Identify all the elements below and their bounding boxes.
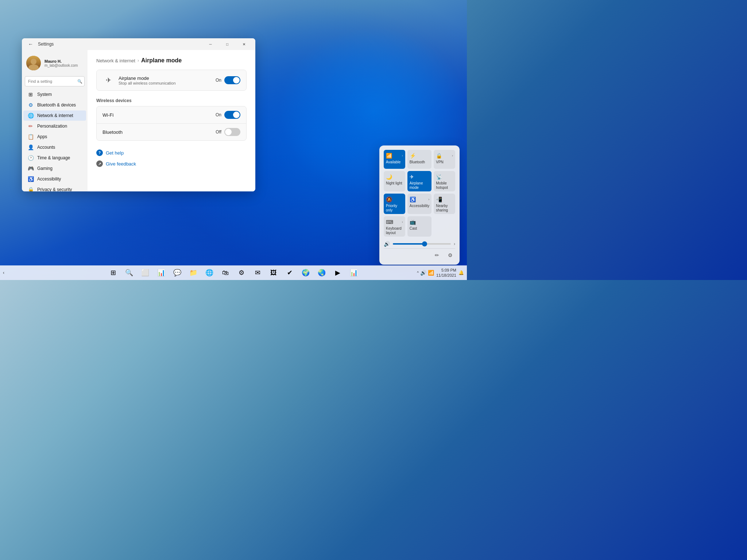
sidebar-item-gaming[interactable]: 🎮 Gaming bbox=[23, 163, 86, 174]
qs-tile-priority[interactable]: 🔕 Priority only bbox=[384, 194, 405, 214]
taskbar-store-button[interactable]: 🛍 bbox=[218, 265, 233, 280]
bluetooth-toggle-wrap: Off bbox=[216, 128, 240, 136]
airplane-mode-toggle[interactable] bbox=[224, 76, 240, 84]
qs-tile-airplane[interactable]: ✈ Airplane mode bbox=[407, 171, 431, 191]
search-icon: 🔍 bbox=[77, 79, 82, 84]
sidebar-item-personalization-label: Personalization bbox=[37, 124, 67, 129]
qs-edit-button[interactable]: ✏ bbox=[432, 250, 442, 260]
privacy-icon: 🔒 bbox=[28, 187, 34, 191]
qs-tile-nightlight-top: 🌙 bbox=[386, 174, 403, 180]
sidebar-item-apps[interactable]: 📋 Apps bbox=[23, 132, 86, 142]
sidebar-item-system[interactable]: ⊞ System bbox=[23, 89, 86, 100]
give-feedback-label: Give feedback bbox=[106, 161, 136, 167]
qs-tile-nearbysharing-top: 📲 bbox=[436, 197, 453, 202]
taskbar-start-button[interactable]: ⊞ bbox=[106, 265, 120, 280]
sidebar-item-accounts[interactable]: 👤 Accounts bbox=[23, 142, 86, 152]
taskbar-overflow-chevron[interactable]: ‹ bbox=[3, 270, 4, 275]
qs-tile-hotspot[interactable]: 📡 Mobile hotspot bbox=[434, 171, 455, 191]
qs-tile-cast[interactable]: 📺 Cast bbox=[407, 216, 431, 237]
user-profile[interactable]: Mauro H. m_lab@outlook.com bbox=[22, 53, 88, 75]
taskbar-date-display: 11/18/2021 bbox=[436, 273, 456, 278]
taskbar-todo-button[interactable]: ✔ bbox=[282, 265, 297, 280]
sidebar-item-accounts-label: Accounts bbox=[37, 145, 55, 150]
qs-keyboard-icon: ⌨ bbox=[386, 219, 393, 225]
qs-cast-label: Cast bbox=[410, 226, 417, 231]
qs-vpn-chevron[interactable]: › bbox=[452, 154, 453, 158]
qs-tile-keyboard[interactable]: ⌨ › Keyboard layout bbox=[384, 216, 405, 237]
taskbar-explorer-button[interactable]: 📁 bbox=[186, 265, 201, 280]
taskbar-left: ‹ bbox=[3, 270, 4, 275]
maximize-button[interactable]: □ bbox=[219, 38, 236, 50]
volume-slider[interactable] bbox=[393, 243, 451, 245]
wireless-devices-list: Wi-Fi On Bluetooth Off bbox=[96, 106, 247, 141]
bluetooth-item: Bluetooth Off bbox=[97, 124, 246, 140]
back-button[interactable]: ← bbox=[26, 40, 35, 48]
sidebar-item-accessibility[interactable]: ♿ Accessibility bbox=[23, 174, 86, 184]
taskbar-settings-button[interactable]: ⚙ bbox=[234, 265, 249, 280]
gaming-icon: 🎮 bbox=[28, 166, 34, 171]
breadcrumb: Network & internet › Airplane mode bbox=[96, 57, 247, 64]
taskbar-widgets-button[interactable]: 📊 bbox=[154, 265, 169, 280]
qs-keyboard-chevron[interactable]: › bbox=[402, 220, 403, 224]
wifi-name: Wi-Fi bbox=[102, 112, 216, 118]
taskbar-edge-button[interactable]: 🌐 bbox=[202, 265, 217, 280]
apps-icon: 📋 bbox=[28, 134, 34, 140]
qs-bluetooth-icon: ⚡ bbox=[410, 153, 416, 159]
qs-priority-icon: 🔕 bbox=[386, 197, 392, 202]
wifi-toggle-wrap: On bbox=[216, 111, 240, 119]
sidebar-item-personalization[interactable]: ✏ Personalization bbox=[23, 121, 86, 131]
sidebar-item-bluetooth-label: Bluetooth & devices bbox=[37, 102, 76, 108]
taskbar-browser2-button[interactable]: 🌍 bbox=[298, 265, 313, 280]
volume-thumb[interactable] bbox=[422, 241, 427, 246]
give-feedback-link[interactable]: ↗ Give feedback bbox=[96, 159, 247, 168]
qs-tile-nearbysharing[interactable]: 📲 Nearby sharing bbox=[434, 194, 455, 214]
qs-nearbysharing-label: Nearby sharing bbox=[436, 204, 453, 213]
wifi-toggle[interactable] bbox=[224, 111, 240, 119]
qs-tile-nightlight[interactable]: 🌙 Night light bbox=[384, 171, 405, 191]
avatar-image bbox=[26, 56, 41, 70]
qs-settings-button[interactable]: ⚙ bbox=[445, 250, 455, 260]
sidebar-item-network[interactable]: 🌐 Network & internet bbox=[23, 110, 86, 121]
qs-tile-wifi[interactable]: 📶 › Available bbox=[384, 150, 405, 169]
taskbar-clock[interactable]: 5:09 PM 11/18/2021 bbox=[436, 268, 456, 278]
taskbar-notification-icon[interactable]: 🔔 bbox=[458, 270, 464, 275]
qs-tile-bluetooth[interactable]: ⚡ Bluetooth bbox=[407, 150, 431, 169]
taskbar: ‹ ⊞ 🔍 ⬜ 📊 💬 📁 🌐 🛍 ⚙ ✉ 🖼 ✔ 🌍 🌏 ▶ 📊 ^ 🔊 📶 … bbox=[0, 265, 467, 280]
taskbar-chevron-icon[interactable]: ^ bbox=[417, 271, 419, 275]
user-info: Mauro H. m_lab@outlook.com bbox=[44, 59, 83, 67]
taskbar-center: ⊞ 🔍 ⬜ 📊 💬 📁 🌐 🛍 ⚙ ✉ 🖼 ✔ 🌍 🌏 ▶ 📊 bbox=[106, 265, 361, 280]
sidebar-item-bluetooth[interactable]: ⚙ Bluetooth & devices bbox=[23, 100, 86, 110]
airplane-mode-card: ✈ Airplane mode Stop all wireless commun… bbox=[96, 70, 247, 91]
breadcrumb-parent[interactable]: Network & internet bbox=[96, 58, 135, 63]
qs-tile-vpn[interactable]: 🔒 › VPN bbox=[434, 150, 455, 169]
taskbar-search-button[interactable]: 🔍 bbox=[122, 265, 136, 280]
qs-wifi-chevron[interactable]: › bbox=[402, 154, 403, 158]
user-name: Mauro H. bbox=[44, 59, 83, 63]
taskbar-terminal-button[interactable]: ▶ bbox=[330, 265, 345, 280]
bluetooth-toggle[interactable] bbox=[224, 128, 240, 136]
taskbar-extra-button[interactable]: 📊 bbox=[347, 265, 361, 280]
sidebar-item-network-label: Network & internet bbox=[37, 113, 73, 118]
qs-cast-icon: 📺 bbox=[410, 219, 416, 225]
sidebar-item-time[interactable]: 🕐 Time & language bbox=[23, 153, 86, 163]
taskbar-taskview-button[interactable]: ⬜ bbox=[138, 265, 152, 280]
taskbar-chat-button[interactable]: 💬 bbox=[170, 265, 185, 280]
accessibility-icon: ♿ bbox=[28, 176, 34, 182]
get-help-label: Get help bbox=[106, 150, 124, 156]
taskbar-photos-button[interactable]: 🖼 bbox=[266, 265, 281, 280]
minimize-button[interactable]: ─ bbox=[202, 38, 219, 50]
personalization-icon: ✏ bbox=[28, 123, 34, 129]
get-help-link[interactable]: ? Get help bbox=[96, 148, 247, 158]
system-icon: ⊞ bbox=[28, 92, 34, 97]
taskbar-network-icon[interactable]: 📶 bbox=[428, 270, 434, 276]
search-box: 🔍 bbox=[25, 76, 85, 86]
sidebar-item-privacy[interactable]: 🔒 Privacy & security bbox=[23, 184, 86, 191]
volume-chevron[interactable]: › bbox=[454, 241, 455, 246]
taskbar-browser3-button[interactable]: 🌏 bbox=[314, 265, 329, 280]
search-input[interactable] bbox=[25, 76, 85, 86]
qs-accessibility-chevron[interactable]: › bbox=[428, 198, 429, 201]
taskbar-volume-icon[interactable]: 🔊 bbox=[420, 270, 426, 276]
qs-tile-accessibility[interactable]: ♿ › Accessibility bbox=[407, 194, 431, 214]
taskbar-mail-button[interactable]: ✉ bbox=[250, 265, 265, 280]
close-button[interactable]: ✕ bbox=[236, 38, 252, 50]
